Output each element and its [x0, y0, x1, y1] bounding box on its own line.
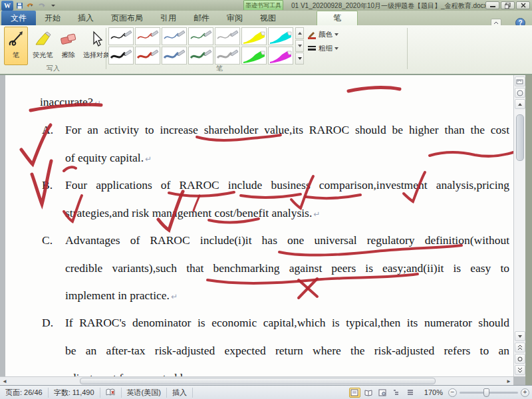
contextual-tab-group-label: 墨迹书写工具: [243, 0, 283, 10]
tab-2[interactable]: 插入: [69, 11, 102, 25]
eraser-icon: [60, 29, 77, 49]
word-window: W 墨迹书写工具 01 V1_20200928_2020年10月一级押题卷【题目…: [0, 0, 532, 399]
zoom-slider[interactable]: [460, 392, 518, 394]
gallery-down-button[interactable]: [295, 40, 304, 52]
close-button[interactable]: [516, 1, 530, 9]
status-bar: 页面: 26/46 字数: 11,490 英语(美国) 插入: [0, 385, 532, 399]
tab-file[interactable]: 文件: [1, 11, 36, 25]
select-browse-object-button[interactable]: [515, 354, 525, 364]
window-right-edge: [525, 75, 532, 385]
pen-group-label: 笔: [193, 64, 246, 73]
print-layout-view-button[interactable]: [349, 388, 360, 398]
zoom-in-button[interactable]: +: [521, 388, 529, 397]
document-area: inaccurate?↵A.For an activity to increas…: [0, 75, 532, 385]
pen-style-8[interactable]: [135, 47, 160, 65]
down-arrow-icon: [298, 45, 302, 47]
group-separator: [407, 28, 408, 69]
ribbon-button-highlighter[interactable]: 荧光笔: [30, 27, 56, 65]
document-text-line: implement in practice.↵: [65, 289, 178, 303]
gallery-up-button[interactable]: [295, 27, 304, 39]
qat-customize-button[interactable]: [48, 1, 59, 10]
tab-4[interactable]: 引用: [152, 11, 185, 25]
pen-style-4[interactable]: [215, 27, 240, 45]
zoom-slider-thumb[interactable]: [483, 388, 489, 397]
pen-style-7[interactable]: [108, 47, 134, 65]
app-menu-button[interactable]: W: [1, 1, 13, 11]
pen-style-9[interactable]: [162, 47, 187, 65]
view-ruler-button[interactable]: [515, 76, 525, 86]
ink-color-button[interactable]: 颜色: [307, 29, 338, 41]
highlighter-icon: [35, 29, 52, 49]
scrollbar-thumb[interactable]: [80, 378, 436, 384]
ribbon: 笔荧光笔擦除选择对象 写入 颜色 粗细 笔: [0, 25, 532, 75]
highlighter-style-5[interactable]: [241, 27, 267, 45]
pen-style-gallery: [108, 27, 293, 65]
fullscreen-reading-view-button[interactable]: [363, 388, 374, 398]
scrollbar-thumb[interactable]: [516, 114, 524, 161]
previous-page-button[interactable]: [515, 342, 525, 352]
highlighter-style-6[interactable]: [268, 27, 293, 45]
ribbon-button-eraser[interactable]: 擦除: [57, 27, 80, 65]
scroll-right-button[interactable]: ►: [506, 378, 511, 384]
scroll-left-button[interactable]: ◄: [2, 378, 7, 384]
tab-1[interactable]: 开始: [36, 11, 69, 25]
tab-5[interactable]: 邮件: [185, 11, 218, 25]
document-text-line: strategies,and risk management cost/bene…: [65, 206, 320, 220]
pen-style-11[interactable]: [215, 47, 240, 65]
group-separator: [106, 28, 106, 69]
restore-button[interactable]: [501, 1, 515, 9]
save-button[interactable]: [14, 1, 25, 10]
chevron-down-icon: [334, 33, 338, 36]
page-number-indicator[interactable]: 页面: 26/46: [0, 388, 49, 398]
zoom-level[interactable]: 170%: [424, 388, 443, 396]
tab-pen[interactable]: 笔: [317, 11, 358, 25]
outline-view-button[interactable]: [391, 388, 402, 398]
redo-button[interactable]: [37, 1, 47, 10]
tab-6[interactable]: 审阅: [218, 11, 251, 25]
next-page-button[interactable]: [515, 365, 525, 375]
pen-style-0[interactable]: [108, 27, 134, 45]
chevron-down-icon: [334, 47, 338, 50]
ink-thickness-button[interactable]: 粗细: [307, 43, 338, 55]
paragraph-mark: ↵: [145, 154, 152, 164]
up-arrow-icon: [298, 32, 302, 35]
word-count-indicator[interactable]: 字数: 11,490: [49, 388, 100, 398]
title-bar: W 墨迹书写工具 01 V1_20200928_2020年10月一级押题卷【题目…: [0, 0, 532, 11]
insert-mode-indicator[interactable]: 插入: [167, 388, 193, 398]
zoom-out-button[interactable]: −: [448, 388, 457, 397]
horizontal-scrollbar[interactable]: ◄ ►: [0, 376, 513, 385]
document-text-line: For an activity to increase shareholder …: [65, 123, 509, 139]
document-text-line: credible variants),such that benchmarkin…: [65, 261, 509, 277]
tab-3[interactable]: 页面布局: [102, 11, 152, 25]
option-letter-C: C.: [42, 233, 53, 247]
gallery-more-button[interactable]: [295, 53, 304, 65]
pen-style-2[interactable]: [162, 27, 187, 45]
undo-button[interactable]: [25, 1, 36, 10]
highlighter-style-13[interactable]: [268, 47, 293, 65]
spellcheck-icon: [106, 388, 116, 396]
language-indicator[interactable]: 英语(美国): [122, 388, 167, 398]
highlighter-style-12[interactable]: [241, 47, 267, 65]
document-page[interactable]: inaccurate?↵A.For an activity to increas…: [5, 75, 513, 385]
write-group-label: 写入: [27, 64, 80, 73]
draft-view-button[interactable]: [405, 388, 416, 398]
scroll-down-button[interactable]: [515, 331, 525, 341]
tab-7[interactable]: 视图: [251, 11, 285, 25]
ink-color-icon: [307, 31, 317, 39]
scroll-up-button[interactable]: [515, 99, 525, 109]
pen-style-1[interactable]: [135, 27, 160, 45]
pen-icon: [7, 29, 25, 49]
pen-style-10[interactable]: [188, 47, 213, 65]
web-layout-view-button[interactable]: [377, 388, 388, 398]
document-text-line: If RAROC's denominator is economic capit…: [65, 316, 509, 332]
gallery-more-icon: [298, 57, 302, 60]
document-title: 01 V1_20200928_2020年10月一级押题卷【题目】_金程教育.do…: [291, 1, 491, 11]
vertical-scrollbar[interactable]: [513, 75, 525, 376]
pen-style-3[interactable]: [188, 27, 213, 45]
ribbon-button-pen[interactable]: 笔: [4, 27, 28, 65]
ribbon-button-select-object[interactable]: 选择对象: [81, 27, 112, 65]
pan-tool-button[interactable]: [515, 88, 525, 98]
spellcheck-status[interactable]: [100, 388, 122, 398]
minimize-button[interactable]: [485, 1, 499, 9]
document-text-line: be an after-tax risk-adjusted expected r…: [65, 344, 509, 360]
